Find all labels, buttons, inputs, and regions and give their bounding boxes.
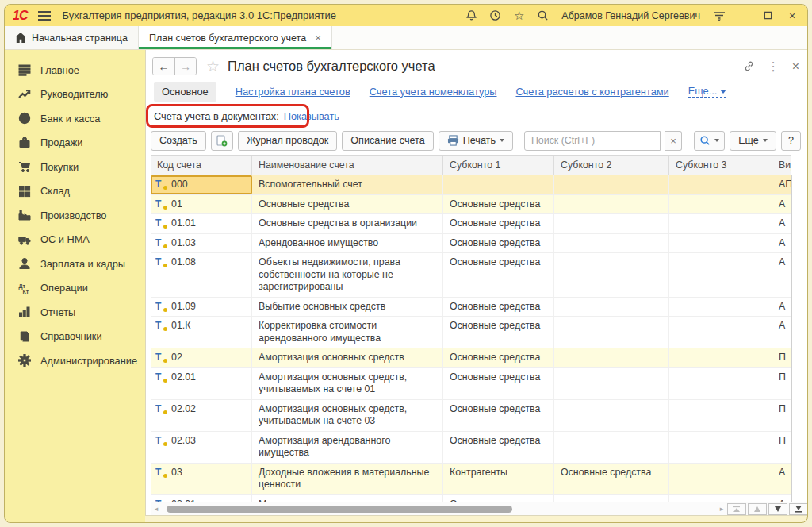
account-name-cell: Объекты недвижимости, права собственност… [252,253,443,297]
nav-link-item-accounts[interactable]: Счета учета номенклатуры [370,86,497,98]
sidebar-item-12[interactable]: Справочники [5,325,145,349]
new-group-icon [216,135,228,147]
print-button[interactable]: Печать [439,131,513,151]
sidebar-item-2[interactable]: Руководителю [5,83,145,107]
account-description-button[interactable]: Описание счета [342,131,433,151]
account-kind-cell: П [772,348,791,367]
journal-button[interactable]: Журнал проводок [238,131,337,151]
column-header-3[interactable]: Субконто 1 [443,156,554,175]
column-header-2[interactable]: Наименование счета [252,156,443,175]
settings-service-icon[interactable] [712,9,726,22]
tab-close-icon[interactable]: × [315,32,321,44]
favorites-star-icon[interactable]: ☆ [512,9,526,22]
account-code: 01.01 [171,217,196,230]
nav-link-plan-settings[interactable]: Настройка плана счетов [236,86,350,98]
account-code-cell[interactable]: Т03 [151,464,252,494]
table-row-02.03[interactable]: Т02.03Амортизация арендованного имуществ… [151,432,791,464]
nav-link-counterparty-accounts[interactable]: Счета расчетов с контрагентами [515,86,668,98]
search-input[interactable] [524,131,661,151]
column-header-4[interactable]: Субконто 2 [554,156,669,175]
create-group-button[interactable] [211,131,233,151]
history-clock-icon[interactable] [488,9,502,22]
notifications-bell-icon[interactable] [465,9,478,22]
table-row-02.02[interactable]: Т02.02Амортизация основных средств, учит… [151,400,791,432]
table-row-000[interactable]: Т000Вспомогательный счетАП [151,175,791,195]
scroll-left-icon[interactable]: ◂ [152,505,160,513]
table-row-01[interactable]: Т01Основные средстваОсновные средстваА [151,195,791,215]
sidebar-item-1[interactable]: Главное [5,58,145,83]
sidebar-item-8[interactable]: ОС и НМА [5,228,145,252]
nav-more-link[interactable]: Еще... [688,85,727,98]
sidebar-item-4[interactable]: Продажи [5,131,145,156]
maximize-button[interactable] [760,10,775,22]
show-accounts-link[interactable]: Показывать [284,110,339,122]
get-link-icon[interactable] [743,60,755,72]
sidebar-item-9[interactable]: Зарплата и кадры [5,252,145,276]
account-code: 02.01 [171,371,196,384]
go-top-button[interactable] [727,503,746,515]
scroll-right-icon[interactable]: ▸ [718,505,726,513]
current-user[interactable]: Абрамов Геннадий Сергеевич [561,10,700,21]
column-header-1[interactable]: Код счета [151,156,252,175]
sales-icon [17,136,31,149]
account-code-cell[interactable]: Т000 [151,175,252,194]
add-favorite-star-icon[interactable]: ☆ [206,57,220,75]
table-row-01.К[interactable]: Т01.ККорректировка стоимости арендованно… [151,317,791,348]
tab-chart-of-accounts[interactable]: План счетов бухгалтерского учета × [139,26,332,49]
global-search-icon[interactable] [536,9,550,22]
horizontal-scrollbar-thumb[interactable] [167,506,512,513]
sidebar-item-13[interactable]: Администрирование [5,348,145,373]
column-header-6[interactable]: Вид [772,156,791,175]
account-code-cell[interactable]: Т02.02 [151,400,252,431]
account-t-icon: Т [155,320,166,331]
sidebar-item-11[interactable]: Отчеты [5,300,145,325]
account-code-cell[interactable]: Т01.К [151,317,252,348]
horizontal-scrollbar-track[interactable] [160,505,718,514]
close-window-button[interactable]: × [785,10,799,22]
kebab-menu-icon[interactable]: ⋮ [768,60,779,74]
account-code-cell[interactable]: Т03.01 [151,495,252,502]
nav-tab-main[interactable]: Основное [154,82,216,102]
create-button[interactable]: Создать [151,131,206,151]
main-menu-icon[interactable] [38,11,51,21]
sidebar-item-5[interactable]: Покупки [5,155,145,179]
table-row-02.01[interactable]: Т02.01Амортизация основных средств, учит… [151,368,791,400]
account-name-cell: Амортизация основных средств, учитываемы… [252,368,443,399]
account-t-icon: Т [155,498,166,502]
account-t-icon: Т [155,403,166,414]
table-row-01.08[interactable]: Т01.08Объекты недвижимости, права собств… [151,253,791,298]
row-down-button[interactable] [768,503,787,515]
table-row-03.01[interactable]: Т03.01Материальные ценности в организаци… [151,495,791,502]
back-button[interactable]: ← [153,58,174,75]
account-t-icon: Т [155,198,166,210]
go-bottom-button[interactable] [789,503,807,515]
forward-button[interactable]: → [174,58,196,75]
minimize-button[interactable]: – [736,10,750,22]
sidebar-item-3[interactable]: Банк и касса [5,106,145,131]
account-code-cell[interactable]: Т02.01 [151,368,252,399]
account-code-cell[interactable]: Т01.03 [151,234,252,253]
table-row-02[interactable]: Т02Амортизация основных средствОсновные … [151,348,791,368]
close-panel-icon[interactable]: × [792,60,799,74]
column-header-5[interactable]: Субконто 3 [669,156,772,175]
search-options-button[interactable] [694,131,725,151]
row-up-button[interactable] [748,503,767,515]
account-code-cell[interactable]: Т02 [151,348,252,367]
account-code-cell[interactable]: Т02.03 [151,432,252,463]
sidebar-item-7[interactable]: Производство [5,203,145,228]
account-code-cell[interactable]: Т01.08 [151,253,252,297]
account-code-cell[interactable]: Т01.09 [151,298,252,317]
tab-home[interactable]: Начальная страница [5,26,139,49]
account-code-cell[interactable]: Т01 [151,195,252,214]
table-row-01.01[interactable]: Т01.01Основные средства в организацииОсн… [151,214,791,234]
table-row-01.03[interactable]: Т01.03Арендованное имуществоОсновные сре… [151,234,791,254]
table-row-03[interactable]: Т03Доходные вложения в материальные ценн… [151,464,791,495]
account-code-cell[interactable]: Т01.01 [151,214,252,233]
sidebar-item-10[interactable]: ДтКтОперации [5,276,145,301]
table-row-01.09[interactable]: Т01.09Выбытие основных средствОсновные с… [151,298,791,317]
help-button[interactable]: ? [781,131,801,151]
clear-search-icon[interactable]: × [665,131,682,151]
sidebar-item-6[interactable]: Склад [5,179,145,204]
account-kind-cell: А [772,195,791,214]
more-button[interactable]: Еще [730,131,776,151]
